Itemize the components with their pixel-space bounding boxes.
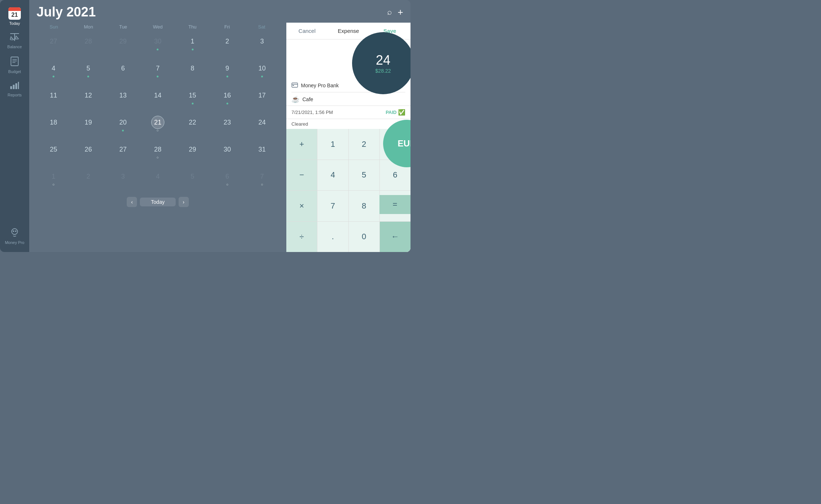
- cal-day-7b[interactable]: 7: [245, 168, 279, 194]
- numpad-0[interactable]: 0: [349, 222, 379, 252]
- next-month-button[interactable]: ›: [179, 197, 189, 207]
- weekday-wed: Wed: [141, 23, 175, 31]
- cal-day-14[interactable]: 14: [141, 87, 175, 113]
- sidebar-item-balance[interactable]: Balance: [0, 29, 29, 53]
- cal-day-29a[interactable]: 29: [106, 33, 140, 59]
- svg-rect-12: [10, 86, 12, 89]
- cal-day-7[interactable]: 7: [141, 60, 175, 86]
- svg-point-17: [13, 230, 14, 232]
- cal-day-28a[interactable]: 28: [71, 33, 105, 59]
- cal-day-3b[interactable]: 3: [106, 168, 140, 194]
- cal-day-15[interactable]: 15: [176, 87, 210, 113]
- cancel-button[interactable]: Cancel: [286, 23, 328, 39]
- cal-day-5b[interactable]: 5: [176, 168, 210, 194]
- cal-day-13[interactable]: 13: [106, 87, 140, 113]
- cal-day-29[interactable]: 29: [176, 141, 210, 167]
- numpad-8[interactable]: 8: [349, 191, 379, 221]
- add-button[interactable]: +: [398, 7, 403, 18]
- cal-day-21[interactable]: 21: [141, 114, 175, 140]
- cal-day-6b[interactable]: 6: [210, 168, 244, 194]
- account-icon: [291, 82, 298, 89]
- numpad-7[interactable]: 7: [317, 191, 348, 221]
- amount-converted: $28.22: [375, 68, 391, 74]
- cal-day-23[interactable]: 23: [210, 114, 244, 140]
- cal-day-2[interactable]: 2: [210, 33, 244, 59]
- cal-day-20[interactable]: 20: [106, 114, 140, 140]
- today-day: 21: [11, 11, 18, 19]
- numpad-divide[interactable]: ÷: [286, 222, 317, 252]
- cal-day-28[interactable]: 28: [141, 141, 175, 167]
- numpad-6[interactable]: 6: [380, 160, 410, 191]
- cal-day-31[interactable]: 31: [245, 141, 279, 167]
- amount-circle: 24 $28.22: [352, 32, 410, 94]
- sidebar-label-reports: Reports: [8, 93, 22, 97]
- cal-day-9[interactable]: 9: [210, 60, 244, 86]
- numpad-2[interactable]: 2: [349, 129, 379, 160]
- cal-day-30[interactable]: 30: [210, 141, 244, 167]
- cal-day-10[interactable]: 10: [245, 60, 279, 86]
- numpad-equals[interactable]: =: [379, 195, 410, 214]
- sidebar-label-moneypro: Money Pro: [5, 240, 24, 245]
- numpad-4[interactable]: 4: [317, 160, 348, 191]
- cal-day-12[interactable]: 12: [71, 87, 105, 113]
- cal-day-5[interactable]: 5: [71, 60, 105, 86]
- reports-icon: [9, 81, 20, 91]
- cal-day-6[interactable]: 6: [106, 60, 140, 86]
- right-panel: GOALS 🏍️ New Last 3 🎯 CC Last 3: [286, 23, 410, 252]
- paid-check-icon: ✅: [398, 109, 405, 116]
- calendar-header: July 2021 ⌕ +: [29, 0, 410, 23]
- weekday-fri: Fri: [210, 23, 244, 31]
- datetime-text: 7/21/2021, 1:56 PM: [291, 110, 333, 115]
- svg-rect-13: [13, 85, 15, 89]
- prev-month-button[interactable]: ‹: [127, 197, 137, 207]
- cal-day-24[interactable]: 24: [245, 114, 279, 140]
- amount-section: 24 $28.22: [286, 39, 410, 80]
- page-title: July 2021: [37, 4, 96, 20]
- cal-day-1[interactable]: 1: [176, 33, 210, 59]
- numpad-dot[interactable]: .: [317, 222, 348, 252]
- expense-overlay: Cancel Expense Save 24 $28.22: [286, 23, 410, 252]
- numpad-minus[interactable]: −: [286, 160, 317, 191]
- weekday-sat: Sat: [244, 23, 279, 31]
- svg-point-6: [10, 39, 14, 40]
- svg-rect-14: [15, 83, 17, 89]
- search-button[interactable]: ⌕: [387, 7, 392, 17]
- svg-rect-8: [11, 57, 18, 66]
- cal-day-30a[interactable]: 30: [141, 33, 175, 59]
- cal-day-3[interactable]: 3: [245, 33, 279, 59]
- cal-day-22[interactable]: 22: [176, 114, 210, 140]
- datetime-row[interactable]: 7/21/2021, 1:56 PM PAID ✅: [286, 106, 410, 119]
- cal-day-18[interactable]: 18: [37, 114, 70, 140]
- month-label: July: [37, 4, 63, 19]
- paid-label: PAID: [386, 110, 397, 115]
- svg-rect-15: [18, 82, 19, 89]
- numpad-5[interactable]: 5: [349, 160, 379, 191]
- category-icon: ☕: [291, 95, 299, 103]
- sidebar-item-budget[interactable]: Budget: [0, 53, 29, 77]
- cal-day-1b[interactable]: 1: [37, 168, 70, 194]
- weekday-sun: Sun: [37, 23, 71, 31]
- cal-day-2b[interactable]: 2: [71, 168, 105, 194]
- sidebar-item-moneypro[interactable]: Money Pro: [0, 224, 29, 248]
- cal-day-27b[interactable]: 27: [106, 141, 140, 167]
- cal-day-25[interactable]: 25: [37, 141, 70, 167]
- numpad-1[interactable]: 1: [317, 129, 348, 160]
- cal-day-17[interactable]: 17: [245, 87, 279, 113]
- cal-day-16[interactable]: 16: [210, 87, 244, 113]
- sidebar-item-today[interactable]: 21 Today: [0, 4, 29, 29]
- numpad-backspace[interactable]: ←: [380, 222, 410, 252]
- numpad-plus[interactable]: +: [286, 129, 317, 160]
- cal-day-19[interactable]: 19: [71, 114, 105, 140]
- cal-day-11[interactable]: 11: [37, 87, 70, 113]
- today-button[interactable]: Today: [140, 198, 175, 206]
- svg-rect-25: [293, 85, 294, 86]
- cal-day-8[interactable]: 8: [176, 60, 210, 86]
- cal-day-4[interactable]: 4: [37, 60, 70, 86]
- category-row[interactable]: ☕ Cafe: [286, 93, 410, 106]
- cal-day-27a[interactable]: 27: [37, 33, 70, 59]
- sidebar-item-reports[interactable]: Reports: [0, 77, 29, 101]
- expense-type-button[interactable]: Expense: [328, 23, 369, 39]
- cal-day-26[interactable]: 26: [71, 141, 105, 167]
- numpad-multiply[interactable]: ×: [286, 191, 317, 221]
- cal-day-4b[interactable]: 4: [141, 168, 175, 194]
